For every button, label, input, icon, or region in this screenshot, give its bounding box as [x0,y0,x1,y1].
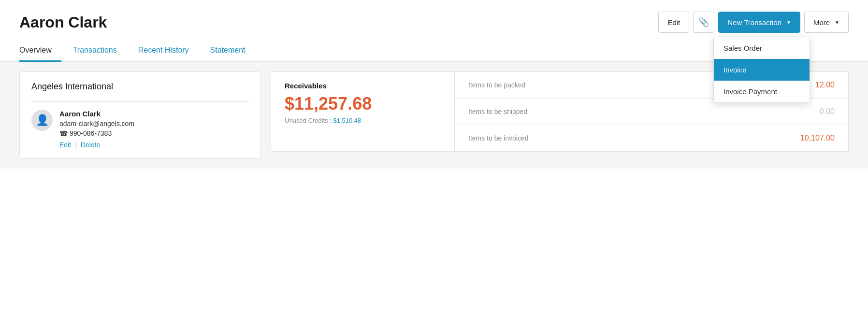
credits-label: Unused Credits : [285,117,332,124]
dropdown-item-invoice-payment[interactable]: Invoice Payment [714,81,810,102]
tab-statement[interactable]: Statement [210,41,255,62]
card-divider [31,101,249,102]
company-name: Angeles International [31,82,249,92]
phone-number: 990-086-7383 [70,129,112,137]
page-title: Aaron Clark [19,14,107,31]
more-arrow-icon: ▼ [835,20,839,25]
item-label-invoiced: Items to be invoiced [468,134,529,142]
item-value-shipped: 0.00 [820,107,835,116]
page-header: Aaron Clark Edit 📎 New Transaction ▼ Mor… [0,0,868,41]
item-label-packed: Items to be packed [468,81,525,89]
item-row-invoiced: Items to be invoiced 10,107.00 [455,125,848,151]
more-label: More [813,18,830,27]
item-value-packed: 12.00 [815,81,835,89]
contact-card: Angeles International 👤 Aaron Clark adam… [19,71,261,159]
new-transaction-button[interactable]: New Transaction ▼ [718,12,800,33]
contact-name: Aaron Clark [59,110,134,118]
tab-overview[interactable]: Overview [19,41,61,62]
contact-actions: Edit | Delete [59,141,134,149]
contact-sep: | [75,141,77,149]
new-transaction-label: New Transaction [727,18,781,27]
tab-recent-history[interactable]: Recent History [138,41,199,62]
tab-transactions[interactable]: Transactions [73,41,127,62]
contact-edit-link[interactable]: Edit [59,141,71,149]
more-button[interactable]: More ▼ [804,12,849,33]
contact-info: Aaron Clark adam-clark@angels.com ☎ 990-… [59,110,134,149]
receivables-label: Receivables [285,82,441,90]
credits-amount: $1,510.48 [333,117,361,124]
new-transaction-dropdown: Sales Order Invoice Invoice Payment [713,37,810,103]
new-transaction-arrow-icon: ▼ [786,20,791,25]
item-value-invoiced: 10,107.00 [800,134,835,142]
contact-email: adam-clark@angels.com [59,120,134,127]
dropdown-item-sales-order[interactable]: Sales Order [714,37,810,59]
item-label-shipped: Items to be shipped [468,108,527,115]
credits-row: Unused Credits : $1,510.48 [285,117,441,124]
person-icon: 👤 [36,114,49,127]
contact-row: 👤 Aaron Clark adam-clark@angels.com ☎ 99… [31,110,249,149]
contact-delete-link[interactable]: Delete [81,141,100,149]
header-actions: Edit 📎 New Transaction ▼ More ▼ Sales Or… [658,12,849,33]
receivables-section: Receivables $11,257.68 Unused Credits : … [271,71,454,152]
edit-button[interactable]: Edit [658,12,689,33]
dropdown-item-invoice[interactable]: Invoice [714,59,810,81]
avatar: 👤 [31,110,53,131]
paperclip-icon: 📎 [698,17,709,28]
phone-icon: ☎ [59,129,68,137]
attach-button[interactable]: 📎 [693,12,714,33]
contact-phone: ☎ 990-086-7383 [59,129,134,137]
receivables-amount: $11,257.68 [285,94,441,114]
